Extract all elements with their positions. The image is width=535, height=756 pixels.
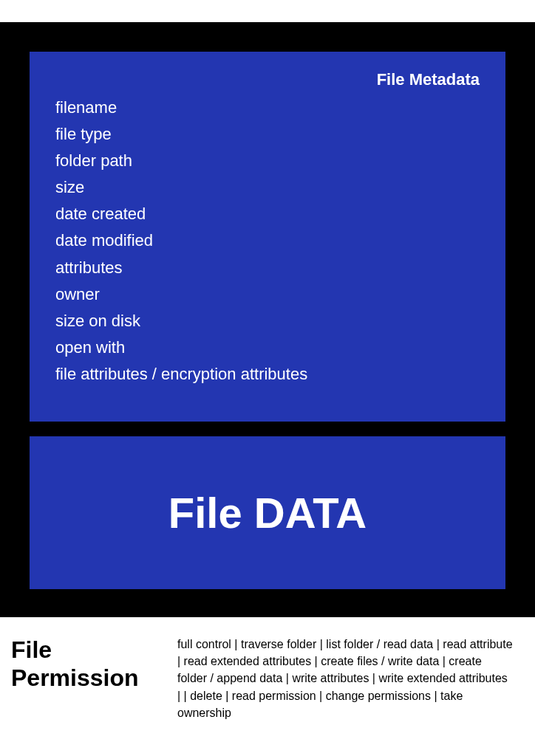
black-container: File Metadata filename file type folder … <box>0 22 535 617</box>
metadata-item: filename <box>55 95 480 120</box>
metadata-item: size <box>55 175 480 200</box>
metadata-item: attributes <box>55 255 480 281</box>
permission-text: full control | traverse folder | list fo… <box>177 636 513 721</box>
metadata-item: owner <box>55 282 480 307</box>
top-spacer <box>0 0 535 22</box>
metadata-list: filename file type folder path size date… <box>55 95 480 387</box>
file-metadata-box: File Metadata filename file type folder … <box>30 52 505 422</box>
metadata-item: size on disk <box>55 309 480 334</box>
permission-title: File Permission <box>11 636 159 693</box>
metadata-title: File Metadata <box>55 70 480 89</box>
metadata-item: open with <box>55 335 480 360</box>
file-permission-section: File Permission full control | traverse … <box>0 617 535 736</box>
file-data-box: File DATA <box>30 436 505 589</box>
metadata-item: folder path <box>55 148 480 173</box>
metadata-item: date modified <box>55 228 480 253</box>
metadata-item: file type <box>55 122 480 147</box>
metadata-item: date created <box>55 202 480 227</box>
file-data-title: File DATA <box>44 488 491 537</box>
metadata-item: file attributes / encryption attributes <box>55 362 480 387</box>
